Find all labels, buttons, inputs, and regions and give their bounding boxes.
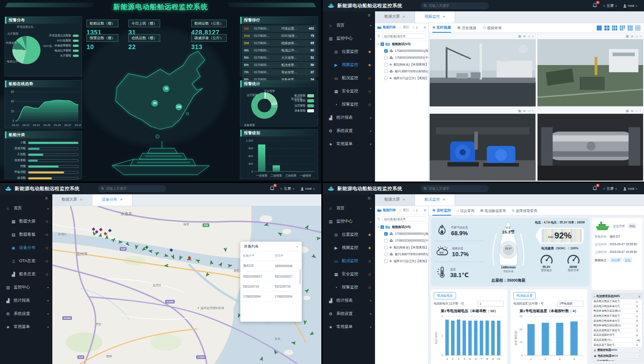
tree-search-input[interactable] bbox=[382, 216, 426, 222]
collapse-icon[interactable]: ∧ bbox=[296, 245, 298, 248]
sidebar-collapse-button[interactable]: ≡ bbox=[0, 194, 52, 202]
tree-ship-node[interactable]: 船2(闽侯县)【长期离线】 bbox=[375, 244, 428, 251]
tree-ship-node[interactable]: 福舟117(台江区)【离线】 bbox=[375, 258, 428, 264]
refresh-icon[interactable]: ↻ bbox=[377, 217, 380, 221]
favorite-star-icon[interactable]: ☆ bbox=[368, 285, 371, 290]
scrollbar[interactable] bbox=[299, 269, 301, 284]
global-search[interactable] bbox=[421, 185, 489, 192]
sidebar-item-安全监控[interactable]: ▦ 安全监控☆ bbox=[323, 85, 375, 98]
favorite-star-icon[interactable]: ☆ bbox=[45, 233, 49, 237]
tree-tab-follow[interactable]: ☆关注 bbox=[399, 25, 409, 30]
sidebar-item-统计报表[interactable]: ▟ 统计报表▾ bbox=[0, 294, 52, 307]
checkbox[interactable]: ✓ bbox=[384, 232, 388, 236]
snapshot-icon[interactable]: ▦ bbox=[518, 109, 522, 113]
condition-tab-实时监控[interactable]: ▣实时监控 bbox=[432, 206, 451, 216]
tree-root-node[interactable]: ▾▪ 船舶测试(0/5) bbox=[375, 223, 428, 230]
device-row[interactable]: 测试12318900000045 bbox=[240, 261, 302, 272]
refresh-icon[interactable]: ↻ bbox=[377, 34, 380, 38]
sidebar-item-系统设置[interactable]: ⚙ 系统设置▾ bbox=[323, 124, 375, 137]
close-tab-icon[interactable]: ✕ bbox=[403, 198, 406, 202]
tree-tab-follow-count[interactable]: ☆1 bbox=[412, 208, 418, 212]
video-cell-harbor-crane[interactable]: ▦⊗◁+ bbox=[429, 33, 536, 107]
sidebar-item-位置监控[interactable]: ◎ 位置监控★ bbox=[323, 228, 375, 241]
tree-root-node[interactable]: ▾▪ 船舶测试(0/5) bbox=[375, 40, 428, 47]
sidebar-item-首页[interactable]: ⌂ 首页▴ bbox=[0, 202, 52, 215]
tab-数据大屏[interactable]: 数据大屏✕ bbox=[375, 11, 415, 23]
video-tab-历史视频[interactable]: ▤历史视频 bbox=[457, 23, 477, 33]
favorite-star-icon[interactable]: ★ bbox=[368, 233, 371, 237]
box-select[interactable]: 1号电池箱 bbox=[557, 301, 583, 307]
checkbox[interactable] bbox=[384, 246, 388, 249]
video-cell-ship-deck[interactable]: ▦⊗◁+ bbox=[537, 33, 644, 107]
screen-menu[interactable]: ○云屏∨ bbox=[280, 186, 294, 191]
device-row[interactable]: 53211007195321100719 bbox=[240, 282, 302, 292]
video-cell-winch[interactable]: ▦⊗◁+ bbox=[537, 108, 644, 182]
sidebar-item-数据大屏[interactable]: ▦ 数据大屏☆ bbox=[0, 215, 52, 228]
close-tab-icon[interactable]: ✕ bbox=[443, 15, 446, 19]
sidebar-item-船况监控[interactable]: ▭ 船况监控☆ bbox=[323, 71, 375, 85]
sidebar-item-统计报表[interactable]: ▟ 统计报表▾ bbox=[323, 294, 375, 307]
layout-6-icon[interactable] bbox=[612, 25, 617, 30]
tree-ship-node[interactable]: 船2(闽侯县)【长期离线】 bbox=[375, 61, 428, 68]
search-input[interactable] bbox=[106, 187, 161, 191]
sidebar-item-船务总览[interactable]: ▟ 船务总览☆ bbox=[0, 268, 52, 281]
search-input[interactable] bbox=[429, 187, 483, 191]
global-search[interactable] bbox=[98, 185, 166, 192]
tree-search-input[interactable] bbox=[382, 33, 426, 39]
favorite-star-icon[interactable]: ☆ bbox=[368, 76, 371, 81]
tab-船况监控[interactable]: 船况监控✕ bbox=[415, 194, 455, 206]
favorite-star-icon[interactable]: ☆ bbox=[45, 246, 49, 250]
bms-section-电机控制器MCU[interactable]: ▦电机控制器MCU› bbox=[592, 353, 642, 359]
map-cluster-badge[interactable]: 76 bbox=[163, 86, 170, 92]
move-icon[interactable]: + bbox=[639, 35, 641, 38]
sidebar-item-监控中心[interactable]: ▥ 监控中心▴ bbox=[323, 215, 375, 228]
audio-icon[interactable]: ◁ bbox=[527, 109, 530, 113]
checkbox[interactable] bbox=[384, 63, 388, 66]
sidebar-item-视频监控[interactable]: ▶ 视频监控★ bbox=[323, 58, 375, 71]
bms-section-充电管理CHC[interactable]: ●充电管理CHC› bbox=[592, 359, 642, 361]
favorite-star-icon[interactable]: ☆ bbox=[368, 102, 371, 107]
sidebar-item-视频监控[interactable]: ▶ 视频监控★ bbox=[323, 241, 375, 254]
sidebar-item-位置监控[interactable]: ◎ 位置监控★ bbox=[323, 45, 375, 58]
layout-9-icon[interactable] bbox=[628, 25, 633, 30]
favorite-star-icon[interactable]: ☆ bbox=[45, 272, 49, 277]
tree-ship-node[interactable]: 17060020000000002(宁 bbox=[375, 54, 428, 61]
user-menu[interactable]: root∨ bbox=[300, 187, 315, 191]
tab-设备分布[interactable]: 设备分布✕ bbox=[92, 194, 132, 206]
sidebar-item-船况监控[interactable]: ▭ 船况监控☆ bbox=[323, 254, 375, 268]
favorite-star-icon[interactable]: ☆ bbox=[368, 89, 371, 94]
sidebar-item-监控中心[interactable]: ▥ 监控中心▴ bbox=[323, 32, 375, 45]
tree-tab-follow-count[interactable]: ☆1 bbox=[412, 25, 418, 30]
sidebar-item-常用菜单[interactable]: ★ 常用菜单▾ bbox=[323, 320, 375, 334]
condition-tab-电池极值查询[interactable]: ▤电池极值查询 bbox=[480, 206, 506, 216]
close-tab-icon[interactable]: ✕ bbox=[443, 198, 446, 202]
sidebar-item-安全监控[interactable]: ▦ 安全监控☆ bbox=[323, 268, 375, 281]
sidebar-collapse-button[interactable]: ≡ bbox=[323, 194, 375, 202]
tree-ship-node[interactable]: 船YL868703051180651( bbox=[375, 251, 428, 258]
checkbox[interactable]: ▪ bbox=[380, 42, 384, 46]
move-icon[interactable]: + bbox=[532, 35, 533, 38]
checkbox[interactable] bbox=[384, 239, 388, 243]
favorite-star-icon[interactable]: ★ bbox=[368, 246, 371, 250]
sidebar-item-监控中心[interactable]: ▥ 监控中心▾ bbox=[0, 281, 52, 294]
tree-ship-node[interactable]: ✓ 17060020000000001(闽 bbox=[375, 230, 428, 237]
video-cell-engine-room[interactable]: ▦⊗◁+ bbox=[429, 108, 536, 182]
sidebar-item-系统设置[interactable]: ⚙ 系统设置▾ bbox=[0, 307, 52, 320]
notifications-button[interactable]: 0 bbox=[270, 186, 274, 192]
notifications-button[interactable]: 0 bbox=[593, 186, 597, 192]
search-input[interactable] bbox=[429, 4, 483, 8]
map-cluster-badge[interactable]: 296 bbox=[176, 104, 183, 111]
tab-视频监控[interactable]: 视频监控✕ bbox=[415, 11, 455, 23]
favorite-star-icon[interactable]: ☆ bbox=[45, 259, 49, 263]
sidebar-item-系统设置[interactable]: ⚙ 系统设置▾ bbox=[323, 307, 375, 320]
close-icon[interactable]: ⊗ bbox=[523, 109, 526, 113]
checkbox[interactable]: ▪ bbox=[380, 225, 384, 229]
close-icon[interactable]: ⊗ bbox=[523, 35, 526, 38]
device-row[interactable]: 1706002000417060020004 bbox=[240, 292, 302, 302]
bms-header[interactable]: ▪电池管理系统BMS∨ bbox=[592, 293, 642, 299]
video-stream-ship-deck[interactable] bbox=[538, 39, 644, 106]
layout-16-icon[interactable] bbox=[635, 25, 640, 30]
sidebar-item-数据看板[interactable]: ▤ 数据看板☆ bbox=[0, 228, 52, 241]
close-icon[interactable]: ⊗ bbox=[631, 109, 634, 113]
snapshot-icon[interactable]: ▦ bbox=[626, 35, 629, 38]
